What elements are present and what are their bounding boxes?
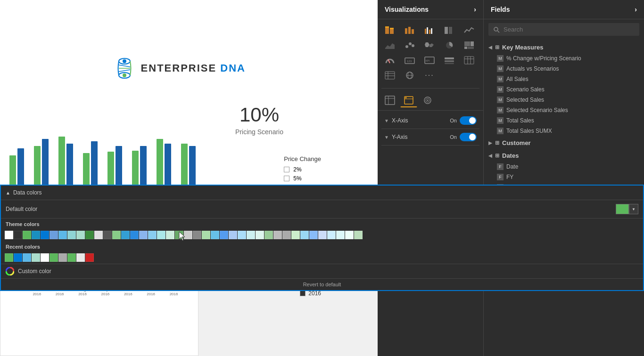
theme-swatch[interactable] — [202, 231, 210, 239]
field-item-total-sales[interactable]: M Total Sales — [484, 115, 644, 126]
theme-swatch[interactable] — [103, 231, 112, 239]
tab-fields[interactable] — [381, 93, 398, 107]
theme-swatch[interactable] — [85, 231, 94, 239]
viz-globe[interactable] — [401, 68, 418, 82]
recent-swatch[interactable] — [23, 253, 31, 262]
y-axis-toggle[interactable]: On — [450, 133, 477, 141]
theme-swatch[interactable] — [220, 231, 228, 239]
viz-clustered-bar[interactable] — [421, 23, 438, 37]
theme-swatch[interactable] — [247, 231, 255, 239]
viz-slicer[interactable] — [441, 53, 458, 67]
theme-swatch[interactable] — [256, 231, 264, 239]
theme-swatch[interactable] — [354, 231, 363, 239]
theme-swatch[interactable] — [23, 231, 31, 239]
viz-100pct-bar[interactable] — [441, 23, 458, 37]
recent-swatch[interactable] — [5, 253, 13, 262]
recent-swatch[interactable] — [76, 253, 85, 262]
theme-swatch[interactable] — [229, 231, 237, 239]
theme-swatch[interactable] — [41, 231, 49, 239]
data-colors-header[interactable]: ▲ Data colors — [1, 186, 643, 200]
recent-swatch[interactable] — [58, 253, 67, 262]
fields-chevron[interactable]: › — [635, 6, 637, 13]
theme-swatch[interactable] — [300, 231, 309, 239]
recent-swatch[interactable] — [85, 253, 94, 262]
theme-swatch[interactable] — [309, 231, 318, 239]
theme-swatch[interactable] — [318, 231, 327, 239]
x-axis-row[interactable]: ▼ X-Axis On — [381, 113, 479, 129]
theme-swatch[interactable] — [130, 231, 139, 239]
recent-swatch[interactable] — [32, 253, 40, 262]
theme-swatch[interactable] — [291, 231, 300, 239]
legend-checkbox[interactable] — [284, 176, 289, 181]
theme-swatch[interactable] — [76, 231, 85, 239]
viz-gauge[interactable] — [381, 53, 398, 67]
field-item-selected-sales[interactable]: M Selected Sales — [484, 95, 644, 105]
viz-table[interactable] — [461, 53, 478, 67]
y-axis-row[interactable]: ▼ Y-Axis On — [381, 129, 479, 146]
recent-swatch[interactable] — [50, 253, 58, 262]
field-item-actuals[interactable]: M Actuals vs Scenarios — [484, 64, 644, 74]
theme-swatch[interactable] — [50, 231, 58, 239]
field-group-header-dates[interactable]: ◀ ⊞ Dates — [484, 150, 644, 162]
theme-swatch[interactable] — [5, 231, 13, 239]
field-group-header-customer[interactable]: ▶ ⊞ Customer — [484, 137, 644, 149]
viz-bar-chart[interactable] — [401, 23, 418, 37]
field-item-pct-change[interactable]: M % Change w/Pricing Scenario — [484, 53, 644, 64]
viz-map[interactable] — [421, 38, 438, 52]
field-item-scenario-sales[interactable]: M Scenario Sales — [484, 84, 644, 95]
legend-checkbox[interactable] — [284, 167, 289, 172]
y-axis-toggle-pill[interactable] — [460, 133, 477, 141]
theme-swatch[interactable] — [193, 231, 201, 239]
viz-panel-chevron[interactable]: › — [474, 6, 476, 13]
theme-swatch[interactable] — [58, 231, 67, 239]
theme-swatch[interactable] — [14, 231, 22, 239]
theme-swatch[interactable] — [345, 231, 354, 239]
color-dropdown-btn[interactable]: ▼ — [629, 204, 638, 214]
viz-scatter[interactable] — [401, 38, 418, 52]
viz-pie[interactable] — [441, 38, 458, 52]
theme-swatch[interactable] — [327, 231, 336, 239]
theme-swatch[interactable] — [211, 231, 219, 239]
recent-swatch[interactable] — [67, 253, 76, 262]
tab-analytics[interactable] — [419, 93, 436, 107]
theme-swatch[interactable] — [336, 231, 345, 239]
theme-swatch[interactable] — [282, 231, 291, 239]
theme-swatch[interactable] — [273, 231, 282, 239]
theme-swatch[interactable] — [112, 231, 121, 239]
recent-swatch[interactable] — [41, 253, 49, 262]
field-item-selected-scenario-sales[interactable]: M Selected Scenario Sales — [484, 105, 644, 115]
recent-swatch[interactable] — [14, 253, 22, 262]
theme-swatch[interactable] — [67, 231, 76, 239]
field-item-all-sales[interactable]: M All Sales — [484, 74, 644, 84]
theme-swatch[interactable] — [166, 231, 174, 239]
viz-line-chart[interactable] — [461, 23, 478, 37]
viz-more[interactable]: ··· — [421, 68, 438, 82]
viz-treemap[interactable] — [461, 38, 478, 52]
field-item-total-sales-sumx[interactable]: M Total Sales SUMX — [484, 126, 644, 136]
theme-swatch[interactable] — [175, 231, 183, 239]
viz-card[interactable]: 123 — [401, 53, 418, 67]
search-input[interactable] — [504, 26, 635, 33]
x-axis-toggle-pill[interactable] — [460, 116, 477, 125]
viz-area-chart[interactable] — [381, 38, 398, 52]
theme-swatch[interactable] — [238, 231, 246, 239]
viz-stacked-bar[interactable] — [381, 23, 398, 37]
tab-format[interactable] — [400, 93, 417, 107]
field-item-date[interactable]: F Date — [484, 162, 644, 172]
theme-swatch[interactable] — [32, 231, 40, 239]
theme-swatch[interactable] — [94, 231, 103, 239]
x-axis-toggle[interactable]: On — [450, 116, 477, 125]
viz-matrix[interactable] — [381, 68, 398, 82]
field-item-fy[interactable]: F FY — [484, 172, 644, 182]
theme-swatch[interactable] — [184, 231, 192, 239]
custom-color-row[interactable]: Custom color — [1, 264, 643, 278]
theme-swatch[interactable] — [157, 231, 165, 239]
revert-row[interactable]: Revert to default — [1, 278, 643, 290]
theme-swatch[interactable] — [148, 231, 157, 239]
field-group-header-key-measures[interactable]: ◀ ⊞ Key Measures — [484, 41, 644, 53]
viz-kpi[interactable]: KPI — [421, 53, 438, 67]
theme-swatch[interactable] — [264, 231, 273, 239]
default-color-swatch[interactable] — [616, 204, 629, 214]
theme-swatch[interactable] — [139, 231, 148, 239]
theme-swatch[interactable] — [121, 231, 130, 239]
